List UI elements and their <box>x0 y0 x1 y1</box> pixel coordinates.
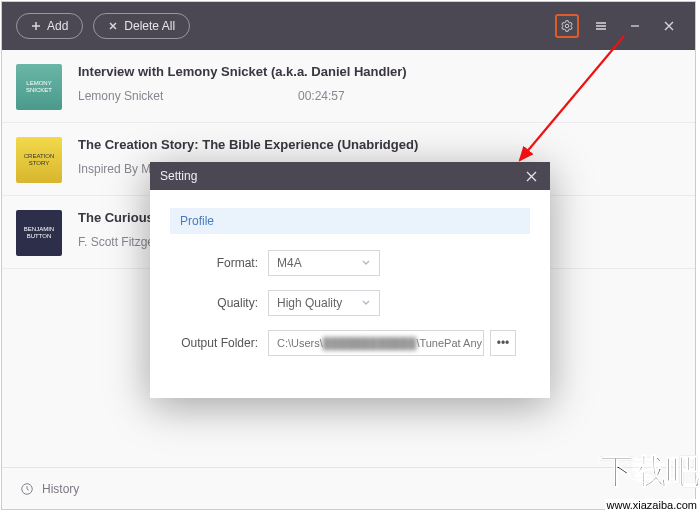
item-title: Interview with Lemony Snicket (a.k.a. Da… <box>78 64 681 79</box>
quality-value: High Quality <box>277 296 342 310</box>
chevron-down-icon <box>361 297 371 307</box>
close-icon <box>108 21 118 31</box>
minimize-button[interactable] <box>623 14 647 38</box>
format-value: M4A <box>277 256 302 270</box>
close-window-button[interactable] <box>657 14 681 38</box>
add-button-label: Add <box>47 19 68 33</box>
hamburger-icon <box>594 19 608 33</box>
format-label: Format: <box>170 256 268 270</box>
item-title: The Creation Story: The Bible Experience… <box>78 137 681 152</box>
footer: History <box>2 467 695 509</box>
delete-all-label: Delete All <box>124 19 175 33</box>
modal-title: Setting <box>160 169 197 183</box>
chevron-down-icon <box>361 257 371 267</box>
gear-icon <box>560 19 574 33</box>
plus-icon <box>31 21 41 31</box>
item-duration: 00:24:57 <box>298 89 345 103</box>
item-author: Lemony Snicket <box>78 89 298 103</box>
svg-point-0 <box>565 24 569 28</box>
settings-button[interactable] <box>555 14 579 38</box>
quality-select[interactable]: High Quality <box>268 290 380 316</box>
watermark: 下载吧 www.xiazaiba.com <box>600 449 699 513</box>
history-icon <box>20 482 34 496</box>
add-button[interactable]: Add <box>16 13 83 39</box>
minimize-icon <box>629 20 641 32</box>
close-icon <box>663 20 675 32</box>
output-folder-input[interactable]: C:\Users\████████████\TunePat Any Aud <box>268 330 484 356</box>
delete-all-button[interactable]: Delete All <box>93 13 190 39</box>
menu-button[interactable] <box>589 14 613 38</box>
thumbnail: CREATION STORY <box>16 137 62 183</box>
thumbnail: LEMONY SNICKET <box>16 64 62 110</box>
settings-modal: Setting Profile Format: M4A Quality: Hig… <box>150 162 550 398</box>
modal-close-button[interactable] <box>522 167 540 185</box>
thumbnail: BENJAMIN BUTTON <box>16 210 62 256</box>
close-icon <box>526 171 537 182</box>
quality-label: Quality: <box>170 296 268 310</box>
format-select[interactable]: M4A <box>268 250 380 276</box>
browse-folder-button[interactable]: ••• <box>490 330 516 356</box>
titlebar: Add Delete All <box>2 2 695 50</box>
section-profile: Profile <box>170 208 530 234</box>
list-item[interactable]: LEMONY SNICKET Interview with Lemony Sni… <box>2 50 695 123</box>
history-link[interactable]: History <box>42 482 79 496</box>
modal-header: Setting <box>150 162 550 190</box>
output-folder-label: Output Folder: <box>170 336 268 350</box>
